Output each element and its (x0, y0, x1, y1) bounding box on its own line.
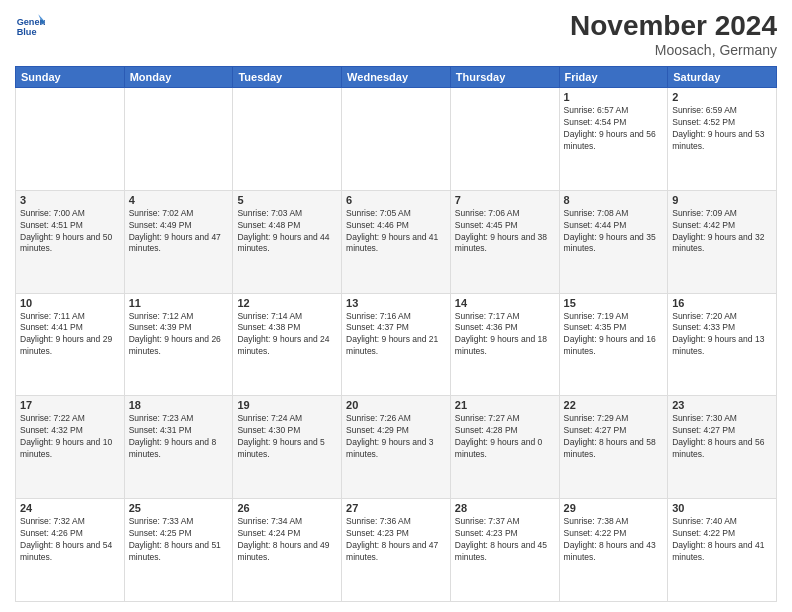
day-info: Sunrise: 7:36 AM Sunset: 4:23 PM Dayligh… (346, 516, 446, 564)
calendar-cell: 27Sunrise: 7:36 AM Sunset: 4:23 PM Dayli… (342, 499, 451, 602)
page: General Blue November 2024 Moosach, Germ… (0, 0, 792, 612)
day-number: 25 (129, 502, 229, 514)
day-number: 21 (455, 399, 555, 411)
day-number: 27 (346, 502, 446, 514)
calendar-cell: 30Sunrise: 7:40 AM Sunset: 4:22 PM Dayli… (668, 499, 777, 602)
day-number: 4 (129, 194, 229, 206)
calendar-cell: 23Sunrise: 7:30 AM Sunset: 4:27 PM Dayli… (668, 396, 777, 499)
day-info: Sunrise: 7:26 AM Sunset: 4:29 PM Dayligh… (346, 413, 446, 461)
day-number: 2 (672, 91, 772, 103)
calendar-cell (450, 88, 559, 191)
calendar-cell: 17Sunrise: 7:22 AM Sunset: 4:32 PM Dayli… (16, 396, 125, 499)
calendar-cell: 3Sunrise: 7:00 AM Sunset: 4:51 PM Daylig… (16, 190, 125, 293)
day-number: 15 (564, 297, 664, 309)
calendar-cell: 12Sunrise: 7:14 AM Sunset: 4:38 PM Dayli… (233, 293, 342, 396)
calendar-week-row: 17Sunrise: 7:22 AM Sunset: 4:32 PM Dayli… (16, 396, 777, 499)
day-number: 29 (564, 502, 664, 514)
day-info: Sunrise: 7:06 AM Sunset: 4:45 PM Dayligh… (455, 208, 555, 256)
day-info: Sunrise: 7:08 AM Sunset: 4:44 PM Dayligh… (564, 208, 664, 256)
day-number: 28 (455, 502, 555, 514)
day-number: 11 (129, 297, 229, 309)
header: General Blue November 2024 Moosach, Germ… (15, 10, 777, 58)
day-info: Sunrise: 7:09 AM Sunset: 4:42 PM Dayligh… (672, 208, 772, 256)
weekday-header-friday: Friday (559, 67, 668, 88)
day-number: 9 (672, 194, 772, 206)
day-info: Sunrise: 7:20 AM Sunset: 4:33 PM Dayligh… (672, 311, 772, 359)
calendar-cell: 6Sunrise: 7:05 AM Sunset: 4:46 PM Daylig… (342, 190, 451, 293)
day-number: 23 (672, 399, 772, 411)
calendar-week-row: 24Sunrise: 7:32 AM Sunset: 4:26 PM Dayli… (16, 499, 777, 602)
day-info: Sunrise: 6:59 AM Sunset: 4:52 PM Dayligh… (672, 105, 772, 153)
calendar-cell: 20Sunrise: 7:26 AM Sunset: 4:29 PM Dayli… (342, 396, 451, 499)
calendar-cell: 10Sunrise: 7:11 AM Sunset: 4:41 PM Dayli… (16, 293, 125, 396)
calendar-cell: 19Sunrise: 7:24 AM Sunset: 4:30 PM Dayli… (233, 396, 342, 499)
calendar-cell: 16Sunrise: 7:20 AM Sunset: 4:33 PM Dayli… (668, 293, 777, 396)
calendar-week-row: 10Sunrise: 7:11 AM Sunset: 4:41 PM Dayli… (16, 293, 777, 396)
day-number: 16 (672, 297, 772, 309)
calendar-cell: 26Sunrise: 7:34 AM Sunset: 4:24 PM Dayli… (233, 499, 342, 602)
calendar-cell: 7Sunrise: 7:06 AM Sunset: 4:45 PM Daylig… (450, 190, 559, 293)
generalblue-logo-icon: General Blue (15, 10, 45, 40)
calendar-week-row: 3Sunrise: 7:00 AM Sunset: 4:51 PM Daylig… (16, 190, 777, 293)
calendar-cell: 18Sunrise: 7:23 AM Sunset: 4:31 PM Dayli… (124, 396, 233, 499)
calendar-table: SundayMondayTuesdayWednesdayThursdayFrid… (15, 66, 777, 602)
day-info: Sunrise: 7:33 AM Sunset: 4:25 PM Dayligh… (129, 516, 229, 564)
calendar-cell: 14Sunrise: 7:17 AM Sunset: 4:36 PM Dayli… (450, 293, 559, 396)
calendar-cell (16, 88, 125, 191)
calendar-cell: 1Sunrise: 6:57 AM Sunset: 4:54 PM Daylig… (559, 88, 668, 191)
calendar-cell (233, 88, 342, 191)
day-info: Sunrise: 7:03 AM Sunset: 4:48 PM Dayligh… (237, 208, 337, 256)
calendar-cell: 24Sunrise: 7:32 AM Sunset: 4:26 PM Dayli… (16, 499, 125, 602)
day-number: 5 (237, 194, 337, 206)
title-block: November 2024 Moosach, Germany (570, 10, 777, 58)
day-info: Sunrise: 7:12 AM Sunset: 4:39 PM Dayligh… (129, 311, 229, 359)
weekday-header-sunday: Sunday (16, 67, 125, 88)
day-info: Sunrise: 7:37 AM Sunset: 4:23 PM Dayligh… (455, 516, 555, 564)
weekday-header-monday: Monday (124, 67, 233, 88)
calendar-week-row: 1Sunrise: 6:57 AM Sunset: 4:54 PM Daylig… (16, 88, 777, 191)
day-info: Sunrise: 7:23 AM Sunset: 4:31 PM Dayligh… (129, 413, 229, 461)
day-number: 7 (455, 194, 555, 206)
day-number: 18 (129, 399, 229, 411)
day-info: Sunrise: 7:16 AM Sunset: 4:37 PM Dayligh… (346, 311, 446, 359)
weekday-header-thursday: Thursday (450, 67, 559, 88)
calendar-cell: 15Sunrise: 7:19 AM Sunset: 4:35 PM Dayli… (559, 293, 668, 396)
day-number: 8 (564, 194, 664, 206)
day-info: Sunrise: 7:17 AM Sunset: 4:36 PM Dayligh… (455, 311, 555, 359)
weekday-header-saturday: Saturday (668, 67, 777, 88)
calendar-cell: 5Sunrise: 7:03 AM Sunset: 4:48 PM Daylig… (233, 190, 342, 293)
day-number: 17 (20, 399, 120, 411)
day-number: 10 (20, 297, 120, 309)
day-info: Sunrise: 7:11 AM Sunset: 4:41 PM Dayligh… (20, 311, 120, 359)
logo: General Blue (15, 10, 45, 40)
calendar-cell: 29Sunrise: 7:38 AM Sunset: 4:22 PM Dayli… (559, 499, 668, 602)
day-number: 13 (346, 297, 446, 309)
day-number: 24 (20, 502, 120, 514)
day-number: 1 (564, 91, 664, 103)
day-info: Sunrise: 7:22 AM Sunset: 4:32 PM Dayligh… (20, 413, 120, 461)
calendar-cell: 21Sunrise: 7:27 AM Sunset: 4:28 PM Dayli… (450, 396, 559, 499)
calendar-cell (124, 88, 233, 191)
calendar-cell: 13Sunrise: 7:16 AM Sunset: 4:37 PM Dayli… (342, 293, 451, 396)
svg-text:Blue: Blue (17, 27, 37, 37)
day-info: Sunrise: 7:02 AM Sunset: 4:49 PM Dayligh… (129, 208, 229, 256)
calendar-cell: 9Sunrise: 7:09 AM Sunset: 4:42 PM Daylig… (668, 190, 777, 293)
day-info: Sunrise: 7:00 AM Sunset: 4:51 PM Dayligh… (20, 208, 120, 256)
calendar-cell: 22Sunrise: 7:29 AM Sunset: 4:27 PM Dayli… (559, 396, 668, 499)
day-info: Sunrise: 6:57 AM Sunset: 4:54 PM Dayligh… (564, 105, 664, 153)
calendar-cell: 28Sunrise: 7:37 AM Sunset: 4:23 PM Dayli… (450, 499, 559, 602)
calendar-cell: 25Sunrise: 7:33 AM Sunset: 4:25 PM Dayli… (124, 499, 233, 602)
subtitle: Moosach, Germany (570, 42, 777, 58)
day-number: 3 (20, 194, 120, 206)
day-info: Sunrise: 7:29 AM Sunset: 4:27 PM Dayligh… (564, 413, 664, 461)
day-info: Sunrise: 7:27 AM Sunset: 4:28 PM Dayligh… (455, 413, 555, 461)
calendar-body: 1Sunrise: 6:57 AM Sunset: 4:54 PM Daylig… (16, 88, 777, 602)
weekday-header-tuesday: Tuesday (233, 67, 342, 88)
calendar-cell: 8Sunrise: 7:08 AM Sunset: 4:44 PM Daylig… (559, 190, 668, 293)
calendar-header-row: SundayMondayTuesdayWednesdayThursdayFrid… (16, 67, 777, 88)
day-info: Sunrise: 7:34 AM Sunset: 4:24 PM Dayligh… (237, 516, 337, 564)
day-number: 26 (237, 502, 337, 514)
day-number: 20 (346, 399, 446, 411)
calendar-cell: 2Sunrise: 6:59 AM Sunset: 4:52 PM Daylig… (668, 88, 777, 191)
day-info: Sunrise: 7:38 AM Sunset: 4:22 PM Dayligh… (564, 516, 664, 564)
